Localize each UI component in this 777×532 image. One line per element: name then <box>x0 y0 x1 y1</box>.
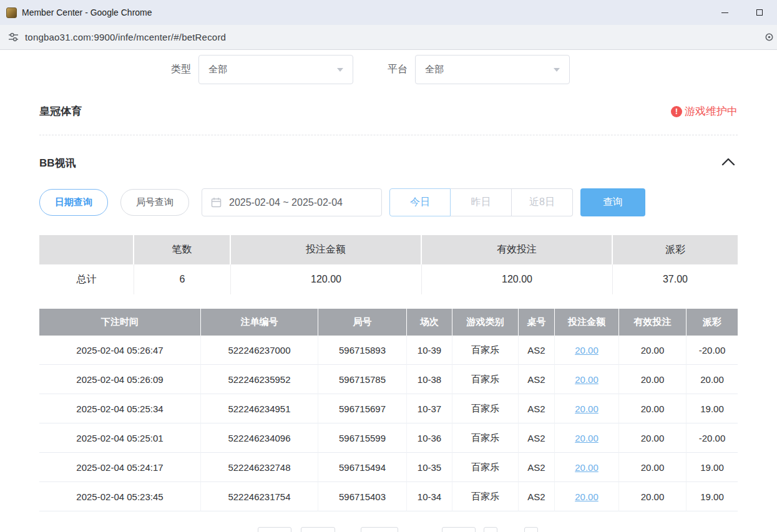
pagination-button[interactable] <box>361 527 398 532</box>
date-range-input[interactable]: 2025-02-04 ~ 2025-02-04 <box>202 188 382 216</box>
maximize-button[interactable] <box>742 0 777 25</box>
cell-round-id: 596715403 <box>318 482 407 511</box>
window-controls <box>707 0 777 25</box>
cell-bet-time: 2025-02-04 05:26:09 <box>39 365 201 394</box>
table-row: 2025-02-04 05:25:34522246234951596715697… <box>39 394 738 423</box>
cell-round-id: 596715697 <box>318 394 407 423</box>
summary-payout-value: 37.00 <box>613 264 738 294</box>
cell-bet-time: 2025-02-04 05:23:45 <box>39 482 201 511</box>
summary-header-payout: 派彩 <box>613 235 738 264</box>
round-query-tab[interactable]: 局号查询 <box>120 189 189 216</box>
cell-order-id: 522246234096 <box>201 423 318 453</box>
collapse-button[interactable] <box>719 155 738 171</box>
cell-payout: -20.00 <box>687 336 738 365</box>
site-favicon <box>6 7 17 18</box>
cell-game-type: 百家乐 <box>452 394 519 423</box>
cell-payout: 19.00 <box>687 394 738 423</box>
cell-table-id: AS2 <box>519 423 555 453</box>
bet-amount-link[interactable]: 20.00 <box>575 433 599 443</box>
cell-valid-bet: 20.00 <box>619 482 687 511</box>
cell-bet-amount: 20.00 <box>555 365 619 394</box>
summary-total-label: 总计 <box>39 264 134 294</box>
crown-sports-section: 皇冠体育 ! 游戏维护中 <box>39 104 738 118</box>
pagination-button[interactable] <box>524 527 538 532</box>
summary-header-bet-amount: 投注金额 <box>231 235 422 264</box>
cell-round-id: 596715785 <box>318 365 407 394</box>
bet-amount-link[interactable]: 20.00 <box>575 404 599 414</box>
cell-bet-amount: 20.00 <box>555 453 619 482</box>
header-order-id: 注单编号 <box>201 309 318 336</box>
last-8-days-button[interactable]: 近8日 <box>512 188 573 216</box>
cell-bet-amount: 20.00 <box>555 394 619 423</box>
cell-game-type: 百家乐 <box>452 365 519 394</box>
bet-amount-link[interactable]: 20.00 <box>575 345 599 355</box>
cell-bet-amount: 20.00 <box>555 482 619 511</box>
pagination-button[interactable] <box>258 527 291 532</box>
filter-row: 类型 全部 平台 全部 <box>39 55 738 84</box>
summary-header-count: 笔数 <box>134 235 231 264</box>
bet-amount-link[interactable]: 20.00 <box>575 462 599 473</box>
cell-bet-amount: 20.00 <box>555 423 619 453</box>
pagination-button[interactable] <box>484 527 497 532</box>
maintenance-badge: ! 游戏维护中 <box>671 104 738 118</box>
date-query-tab[interactable]: 日期查询 <box>39 189 108 216</box>
site-info-icon[interactable] <box>6 31 20 44</box>
pagination-button[interactable] <box>301 527 335 532</box>
bet-amount-link[interactable]: 20.00 <box>575 374 599 385</box>
cell-round-id: 596715599 <box>318 423 407 453</box>
today-button[interactable]: 今日 <box>389 188 451 216</box>
header-payout: 派彩 <box>687 309 738 336</box>
yesterday-button[interactable]: 昨日 <box>451 188 512 216</box>
table-row: 2025-02-04 05:26:09522246235952596715785… <box>39 365 738 394</box>
cell-session: 10-38 <box>407 365 452 394</box>
chevron-down-icon <box>337 68 343 72</box>
summary-header-valid-bet: 有效投注 <box>422 235 613 264</box>
cell-bet-time: 2025-02-04 05:24:17 <box>39 453 201 482</box>
cell-table-id: AS2 <box>519 394 555 423</box>
quick-date-group: 今日 昨日 近8日 <box>389 188 573 216</box>
cell-payout: -20.00 <box>687 423 738 453</box>
chevron-up-icon <box>721 158 735 166</box>
cell-bet-time: 2025-02-04 05:26:47 <box>39 336 201 365</box>
header-table-id: 桌号 <box>519 309 555 336</box>
type-filter-value: 全部 <box>208 64 337 75</box>
cell-game-type: 百家乐 <box>452 336 519 365</box>
cell-session: 10-35 <box>407 453 452 482</box>
cell-bet-time: 2025-02-04 05:25:01 <box>39 423 201 453</box>
cell-session: 10-34 <box>407 482 452 511</box>
maximize-icon <box>756 9 763 16</box>
bb-video-section-header: BB视讯 <box>39 155 738 171</box>
cell-bet-time: 2025-02-04 05:25:34 <box>39 394 201 423</box>
minimize-button[interactable] <box>707 0 742 25</box>
section-divider <box>39 135 738 135</box>
platform-filter-select[interactable]: 全部 <box>415 55 570 84</box>
cell-valid-bet: 20.00 <box>619 394 687 423</box>
cell-valid-bet: 20.00 <box>619 365 687 394</box>
maintenance-text: 游戏维护中 <box>685 104 738 118</box>
cell-table-id: AS2 <box>519 336 555 365</box>
cell-order-id: 522246234951 <box>201 394 318 423</box>
search-button[interactable]: 查询 <box>580 188 645 216</box>
bet-table-body: 2025-02-04 05:26:47522246237000596715893… <box>39 336 738 511</box>
browser-settings-icon[interactable] <box>765 32 774 44</box>
summary-header-row: 笔数 投注金额 有效投注 派彩 <box>39 235 738 264</box>
cell-game-type: 百家乐 <box>452 453 519 482</box>
url-text[interactable]: tongbao31.com:9900/infe/mcenter/#/betRec… <box>25 32 226 42</box>
cell-session: 10-37 <box>407 394 452 423</box>
cell-valid-bet: 20.00 <box>619 423 687 453</box>
cell-valid-bet: 20.00 <box>619 453 687 482</box>
pagination-button[interactable] <box>442 527 476 532</box>
summary-header-empty <box>39 235 134 264</box>
bet-amount-link[interactable]: 20.00 <box>575 491 599 502</box>
window-title: Member Center - Google Chrome <box>22 7 152 17</box>
cell-session: 10-39 <box>407 336 452 365</box>
cell-payout: 19.00 <box>687 453 738 482</box>
table-row: 2025-02-04 05:24:17522246232748596715494… <box>39 453 738 482</box>
cell-table-id: AS2 <box>519 482 555 511</box>
cell-payout: 20.00 <box>687 365 738 394</box>
bb-video-title: BB视讯 <box>39 156 76 170</box>
summary-count-value: 6 <box>134 264 231 294</box>
type-filter-label: 类型 <box>171 63 191 76</box>
cell-round-id: 596715893 <box>318 336 407 365</box>
type-filter-select[interactable]: 全部 <box>198 55 353 84</box>
